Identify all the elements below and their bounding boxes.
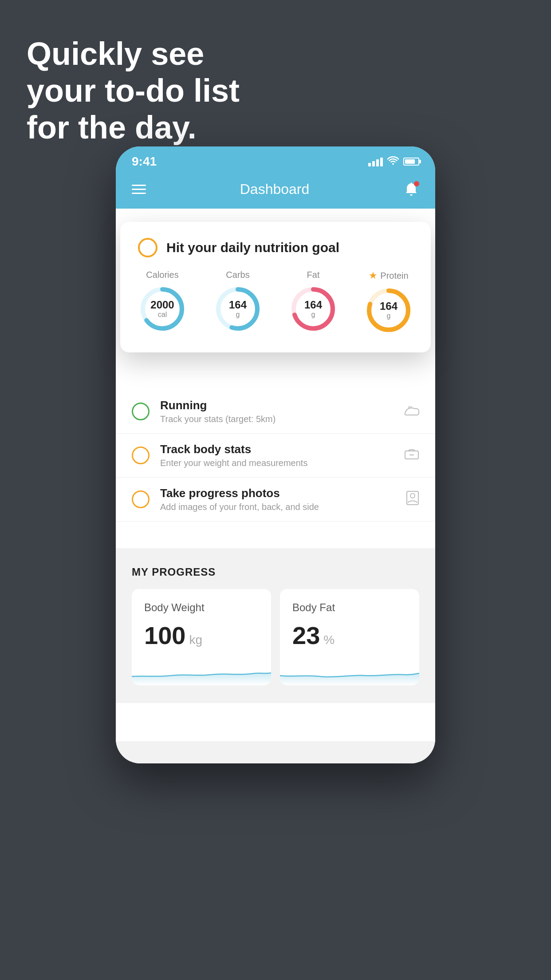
fat-label: Fat	[307, 270, 320, 280]
todo-title-stats: Track body stats	[160, 443, 394, 456]
battery-fill	[405, 159, 415, 164]
protein-value: 164	[380, 300, 398, 312]
signal-bar-3	[376, 159, 379, 166]
menu-button[interactable]	[132, 185, 146, 194]
fat-value: 164	[304, 299, 322, 311]
hamburger-line-1	[132, 185, 146, 186]
todo-subtitle-stats: Enter your weight and measurements	[160, 458, 394, 468]
phone-bottom	[116, 741, 435, 763]
todo-text-stats: Track body stats Enter your weight and m…	[160, 443, 394, 468]
carbs-donut-center: 164 g	[229, 299, 247, 319]
notification-badge	[414, 181, 419, 186]
hamburger-line-3	[132, 193, 146, 194]
nutrition-item-protein: ★ Protein 164 g	[364, 270, 413, 335]
carbs-unit: g	[236, 311, 240, 318]
content-spacer	[116, 522, 435, 548]
progress-card-title-fat: Body Fat	[292, 601, 407, 614]
wifi-icon	[387, 156, 399, 167]
progress-unit-weight: kg	[189, 633, 202, 647]
scale-icon	[404, 447, 419, 464]
battery-icon	[403, 158, 419, 166]
fat-unit: g	[311, 311, 315, 318]
list-item[interactable]: Take progress photos Add images of your …	[116, 478, 435, 522]
fat-donut-center: 164 g	[304, 299, 322, 319]
nutrition-card-header: Hit your daily nutrition goal	[138, 238, 413, 257]
nutrition-item-calories: Calories 2000 cal	[138, 270, 187, 335]
progress-number-fat: 23	[292, 621, 320, 650]
carbs-label: Carbs	[226, 270, 249, 280]
progress-section: MY PROGRESS Body Weight 100 kg	[116, 548, 435, 703]
todo-circle-photos	[132, 490, 150, 508]
progress-number-weight: 100	[144, 621, 185, 650]
fat-chart	[280, 659, 419, 685]
shoe-icon	[404, 404, 419, 419]
calories-donut: 2000 cal	[138, 285, 187, 333]
status-bar: 9:41	[116, 146, 435, 173]
nutrition-card-title: Hit your daily nutrition goal	[166, 240, 339, 255]
nutrition-item-carbs: Carbs 164 g	[213, 270, 262, 335]
todo-title-photos: Take progress photos	[160, 486, 395, 500]
signal-bar-2	[372, 161, 375, 166]
star-icon: ★	[369, 270, 378, 281]
signal-bar-4	[380, 158, 383, 166]
nutrition-circles: Calories 2000 cal Carbs	[138, 270, 413, 335]
calories-value: 2000	[150, 299, 174, 311]
calories-unit: cal	[158, 311, 167, 318]
nutrition-card: Hit your daily nutrition goal Calories 2…	[120, 222, 431, 352]
app-header: Dashboard	[116, 173, 435, 209]
todo-text-running: Running Track your stats (target: 5km)	[160, 399, 394, 424]
protein-donut: 164 g	[364, 286, 413, 335]
header-title: Dashboard	[240, 181, 310, 198]
list-item[interactable]: Running Track your stats (target: 5km)	[116, 390, 435, 434]
status-time: 9:41	[132, 154, 157, 169]
progress-title: MY PROGRESS	[132, 566, 419, 578]
protein-donut-center: 164 g	[380, 300, 398, 320]
signal-icon	[368, 157, 383, 166]
todo-subtitle-photos: Add images of your front, back, and side	[160, 502, 395, 512]
todo-circle-running	[132, 403, 150, 420]
person-icon	[406, 490, 419, 509]
todo-title-running: Running	[160, 399, 394, 412]
progress-unit-fat: %	[323, 633, 335, 647]
carbs-value: 164	[229, 299, 247, 311]
todo-text-photos: Take progress photos Add images of your …	[160, 486, 395, 512]
protein-label-wrapper: ★ Protein	[369, 270, 408, 281]
notification-button[interactable]	[403, 181, 419, 197]
carbs-donut: 164 g	[213, 285, 262, 333]
list-item[interactable]: Track body stats Enter your weight and m…	[116, 434, 435, 478]
protein-label: Protein	[380, 271, 408, 281]
progress-card-title-weight: Body Weight	[144, 601, 259, 614]
todo-list: Running Track your stats (target: 5km) T…	[116, 390, 435, 522]
signal-bar-1	[368, 163, 371, 166]
calories-donut-center: 2000 cal	[150, 299, 174, 319]
fat-donut: 164 g	[289, 285, 338, 333]
progress-value-fat: 23 %	[292, 621, 407, 650]
progress-card-weight[interactable]: Body Weight 100 kg	[132, 589, 271, 685]
svg-point-2	[410, 494, 415, 498]
protein-unit: g	[387, 312, 391, 320]
progress-value-weight: 100 kg	[144, 621, 259, 650]
weight-chart	[132, 659, 271, 685]
status-icons	[368, 156, 419, 167]
nutrition-check-circle	[138, 238, 157, 257]
progress-card-fat[interactable]: Body Fat 23 %	[280, 589, 419, 685]
hamburger-line-2	[132, 189, 146, 190]
calories-label: Calories	[146, 270, 178, 280]
nutrition-item-fat: Fat 164 g	[289, 270, 338, 335]
todo-subtitle-running: Track your stats (target: 5km)	[160, 414, 394, 424]
progress-cards: Body Weight 100 kg	[132, 589, 419, 703]
hero-text: Quickly see your to-do list for the day.	[27, 36, 271, 146]
todo-circle-stats	[132, 447, 150, 464]
